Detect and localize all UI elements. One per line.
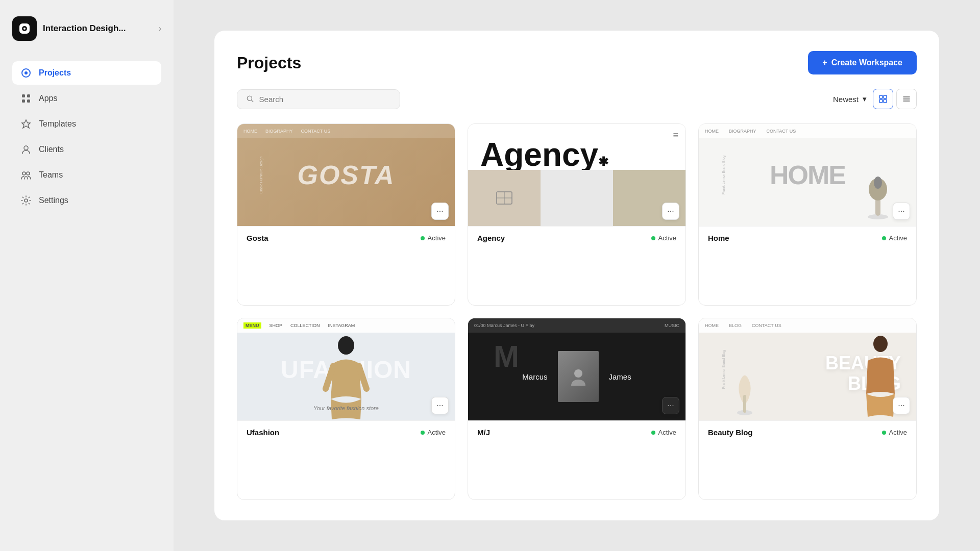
ufashion-sub-text: Your favorite fashion store <box>313 405 379 411</box>
card-menu-button[interactable]: ··· <box>662 203 679 220</box>
list-view-button[interactable] <box>896 89 917 109</box>
brand-logo-icon <box>12 16 37 41</box>
project-card-ufashion: MENU SHOP COLLECTION INSTAGRAM <box>237 318 455 500</box>
beauty-vase-icon <box>729 369 760 415</box>
card-menu-button[interactable]: ··· <box>431 397 449 414</box>
toolbar-right: Newest ▾ <box>833 89 917 109</box>
list-icon <box>902 95 911 103</box>
ufashion-nav-bar: MENU SHOP COLLECTION INSTAGRAM <box>237 318 455 333</box>
svg-rect-5 <box>22 94 25 97</box>
svg-rect-7 <box>22 99 25 103</box>
status-text: Active <box>889 429 907 436</box>
project-name: Agency <box>477 234 505 242</box>
project-name: Ufashion <box>247 428 279 437</box>
project-name: Gosta <box>247 234 268 242</box>
card-menu-button[interactable]: ··· <box>431 203 449 220</box>
status-dot <box>421 431 425 435</box>
clients-icon <box>20 144 32 155</box>
brand-chevron-icon: › <box>159 24 161 33</box>
sidebar-item-projects[interactable]: Projects <box>12 61 161 85</box>
svg-point-10 <box>22 172 26 175</box>
projects-grid: HOME BIOGRAPHY CONTACT US Clásic Furnitu… <box>237 123 917 500</box>
card-footer: Beauty Blog Active <box>699 420 916 444</box>
search-input[interactable] <box>259 95 390 104</box>
sidebar: Interaction Desigh... › Projects <box>0 0 174 551</box>
gosta-nav-bar: HOME BIOGRAPHY CONTACT US <box>237 124 455 138</box>
thumbnail-content: HOME BIOGRAPHY CONTACT US Frank Lemor Br… <box>699 124 916 226</box>
thumbnail-content: MENU SHOP COLLECTION INSTAGRAM <box>237 318 455 420</box>
main-content: Projects + Create Workspace Newest ▾ <box>174 0 980 551</box>
project-card-mj: 01/00 Marcus James - U Play MUSIC M Marc… <box>468 318 686 500</box>
sort-dropdown[interactable]: Newest ▾ <box>833 94 867 104</box>
card-menu-button[interactable]: ··· <box>893 203 910 220</box>
sidebar-item-teams[interactable]: Teams <box>12 163 161 187</box>
svg-point-32 <box>873 336 888 352</box>
page-title: Projects <box>237 54 301 72</box>
agency-img-1 <box>468 170 541 226</box>
status-badge: Active <box>651 234 676 242</box>
mj-nav-bar: 01/00 Marcus James - U Play MUSIC <box>468 318 685 333</box>
grid-view-button[interactable] <box>873 89 893 109</box>
beauty-side-text: Frank Lemor Brand Blog <box>722 350 725 389</box>
thumbnail-content: 01/00 Marcus James - U Play MUSIC M Marc… <box>468 318 685 420</box>
card-footer: Home Active <box>699 226 916 249</box>
sidebar-item-label: Projects <box>39 68 71 78</box>
status-text: Active <box>658 429 676 436</box>
card-footer: Gosta Active <box>237 226 455 249</box>
sidebar-item-label: Clients <box>39 145 64 154</box>
sidebar-item-apps[interactable]: Apps <box>12 87 161 110</box>
project-name: M/J <box>477 428 490 437</box>
search-bar[interactable] <box>237 89 400 109</box>
sidebar-item-label: Apps <box>39 94 57 103</box>
sidebar-item-templates[interactable]: Templates <box>12 112 161 136</box>
svg-point-29 <box>574 369 582 378</box>
sidebar-item-label: Settings <box>39 196 68 205</box>
svg-rect-6 <box>27 94 30 97</box>
home-nav-bar: HOME BIOGRAPHY CONTACT US <box>699 124 916 138</box>
grid-icon <box>879 95 887 103</box>
svg-point-25 <box>874 177 882 189</box>
card-thumbnail-agency: ≡ Agency✱ <box>468 124 685 226</box>
status-dot <box>882 236 886 240</box>
card-menu-button[interactable]: ··· <box>893 397 910 414</box>
card-menu-button[interactable]: ··· <box>662 397 679 414</box>
brand-logo-area[interactable]: Interaction Desigh... › <box>12 16 161 41</box>
create-workspace-button[interactable]: + Create Workspace <box>808 51 917 74</box>
agency-images <box>468 170 685 226</box>
home-decor-icon <box>860 175 896 221</box>
card-thumbnail-beauty: HOME BLOG CONTACT US Frank Lemor Brand B… <box>699 318 916 420</box>
panel-header: Projects + Create Workspace <box>237 51 917 74</box>
project-card-agency: ≡ Agency✱ <box>468 123 686 306</box>
card-thumbnail-home: HOME BIOGRAPHY CONTACT US Frank Lemor Br… <box>699 124 916 226</box>
project-card-beauty-blog: HOME BLOG CONTACT US Frank Lemor Brand B… <box>698 318 917 500</box>
svg-point-12 <box>24 199 28 202</box>
status-dot <box>421 236 425 240</box>
teams-icon <box>20 169 32 181</box>
agency-big-text: Agency✱ <box>480 138 608 171</box>
project-card-gosta: HOME BIOGRAPHY CONTACT US Clásic Furnitu… <box>237 123 455 306</box>
thumbnail-content: HOME BLOG CONTACT US Frank Lemor Brand B… <box>699 318 916 420</box>
svg-point-4 <box>24 71 28 74</box>
chevron-down-icon: ▾ <box>863 94 867 104</box>
sidebar-item-settings[interactable]: Settings <box>12 189 161 212</box>
project-name: Home <box>708 234 729 242</box>
thumbnail-content: HOME BIOGRAPHY CONTACT US Clásic Furnitu… <box>237 124 455 226</box>
card-thumbnail-mj: 01/00 Marcus James - U Play MUSIC M Marc… <box>468 318 685 420</box>
svg-rect-31 <box>743 395 746 413</box>
svg-rect-17 <box>884 99 887 103</box>
beauty-nav-bar: HOME BLOG CONTACT US <box>699 318 916 333</box>
agency-img-2 <box>541 170 613 226</box>
status-badge: Active <box>421 234 446 242</box>
brand-name: Interaction Desigh... <box>43 23 153 34</box>
mj-james-label: James <box>609 372 631 381</box>
gosta-side-text: Clásic Furniture Design <box>259 157 263 194</box>
sidebar-item-clients[interactable]: Clients <box>12 138 161 161</box>
mj-bg-text: M <box>494 339 519 374</box>
home-brand-text: HOME <box>770 160 845 190</box>
svg-rect-14 <box>879 95 883 98</box>
projects-panel: Projects + Create Workspace Newest ▾ <box>214 31 939 520</box>
view-toggle <box>873 89 917 109</box>
create-workspace-label: Create Workspace <box>831 58 902 67</box>
status-dot <box>882 431 886 435</box>
card-footer: M/J Active <box>468 420 685 444</box>
